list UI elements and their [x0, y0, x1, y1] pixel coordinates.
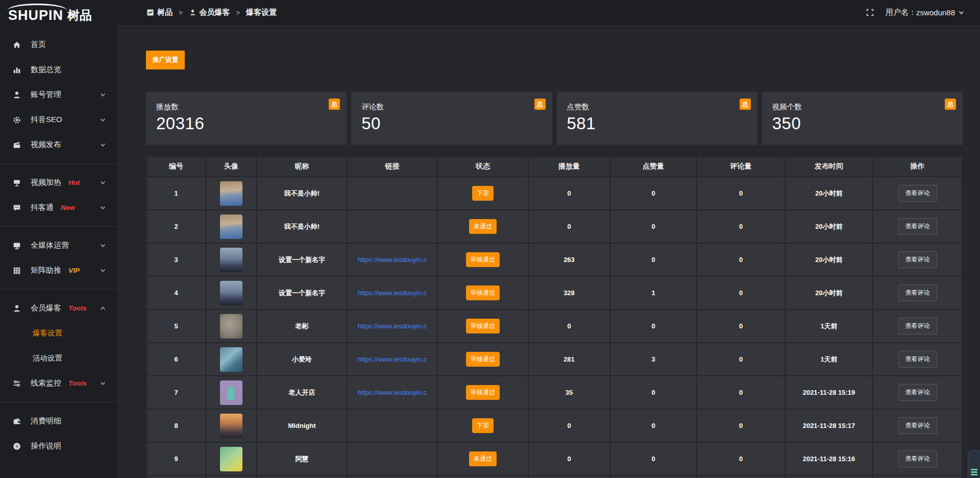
video-link[interactable]: https://www.iesdouyin.c	[348, 355, 437, 363]
sidebar-item[interactable]: 抖客通New	[0, 195, 117, 220]
sidebar-item-label: 全媒体运营	[31, 241, 69, 250]
view-comments-button[interactable]: 查看评论	[898, 218, 937, 235]
plays-value: 328	[564, 289, 575, 297]
cell-link	[347, 210, 437, 243]
chevron-down-icon	[100, 179, 106, 186]
breadcrumb-label: 树品	[157, 8, 173, 17]
sidebar-item[interactable]: 线索监控Tools	[0, 371, 117, 396]
view-comments-button[interactable]: 查看评论	[898, 318, 937, 334]
cell-likes: 0	[610, 442, 697, 475]
cell-plays: 263	[528, 243, 610, 276]
chevron-down-icon	[100, 204, 106, 211]
sidebar-item[interactable]: 全媒体运营	[0, 233, 117, 258]
view-comments-button[interactable]: 查看评论	[898, 384, 937, 401]
sidebar-item-label: 抖客通	[31, 203, 54, 212]
likes-value: 1	[651, 289, 655, 297]
view-comments-button[interactable]: 查看评论	[898, 351, 937, 368]
view-comments-button[interactable]: 查看评论	[898, 417, 937, 434]
chevron-down-icon	[100, 141, 106, 148]
chevron-down-icon	[100, 267, 106, 274]
plays-value: 281	[564, 355, 575, 363]
publish-time-text: 20小时前	[815, 189, 842, 197]
status-badge-button[interactable]: 审核通过	[466, 352, 500, 367]
cell-publish-time	[785, 475, 873, 478]
cell-likes: 0	[610, 309, 697, 343]
video-link[interactable]: https://www.iesdouyin.c	[348, 389, 437, 396]
sidebar-menu: 首页数据总览账号管理抖音SEO视频发布视频加热Hot抖客通New全媒体运营矩阵助…	[0, 32, 117, 459]
stat-card-label: 评论数	[361, 102, 542, 112]
sidebar-item[interactable]: 数据总览	[0, 57, 117, 82]
cell-publish-time: 20小时前	[785, 243, 873, 276]
user-menu[interactable]: 用户名： zswodun88	[886, 8, 965, 17]
cell-status: 未通过	[437, 210, 528, 243]
status-badge-button[interactable]: 未通过	[469, 219, 497, 234]
sidebar-item[interactable]: 视频发布	[0, 132, 117, 157]
status-badge-button[interactable]: 审核通过	[466, 285, 500, 300]
video-link[interactable]: https://www.iesdouyin.c	[348, 289, 437, 297]
status-badge-button[interactable]: 下架	[472, 186, 494, 201]
comments-value: 0	[739, 322, 743, 330]
cell-likes	[610, 475, 697, 478]
cell-link	[347, 442, 437, 475]
sidebar-item-label: 会员爆客	[31, 303, 61, 313]
sidebar-item-label: 视频加热	[31, 178, 61, 187]
publish-time-text: 1天前	[820, 322, 837, 330]
username-label: 用户名：	[886, 8, 916, 17]
sidebar-item[interactable]: 消费明细	[0, 409, 117, 434]
breadcrumb-item[interactable]: 树品	[146, 8, 173, 17]
corner-helper-widget[interactable]	[968, 450, 980, 478]
sidebar-item[interactable]: ?操作说明	[0, 434, 117, 459]
view-comments-button[interactable]: 查看评论	[898, 251, 937, 268]
breadcrumb-separator: >	[236, 9, 240, 16]
table-row: 1我不是小帅!下架00020小时前查看评论	[146, 177, 962, 210]
cell-link: https://www.iesdouyin.c	[347, 343, 437, 376]
cell-id: 4	[146, 276, 206, 309]
cell-publish-time: 1天前	[785, 309, 873, 343]
view-comments-button[interactable]: 查看评论	[898, 284, 937, 301]
plays-value: 0	[567, 189, 571, 197]
table-header-cell: 链接	[347, 156, 437, 177]
stat-card: 播放数20316总	[146, 92, 347, 145]
status-badge-button[interactable]: 审核通过	[466, 385, 500, 400]
app-icon	[146, 9, 154, 16]
view-comments-button[interactable]: 查看评论	[898, 450, 937, 467]
stat-card-label: 视频个数	[772, 102, 952, 112]
sidebar-item-label: 视频发布	[31, 140, 61, 150]
fullscreen-icon[interactable]	[866, 8, 874, 17]
cell-likes: 0	[610, 210, 697, 243]
video-link[interactable]: https://www.iesdouyin.c	[348, 322, 437, 330]
status-badge-button[interactable]: 审核通过	[466, 319, 500, 333]
view-comments-button[interactable]: 查看评论	[898, 185, 937, 202]
breadcrumb-item[interactable]: 爆客设置	[246, 8, 277, 17]
cell-plays: 0	[528, 409, 610, 442]
sidebar-item[interactable]: 视频加热Hot	[0, 170, 117, 195]
status-badge-button[interactable]: 下架	[472, 418, 494, 433]
sidebar-item[interactable]: 首页	[0, 32, 117, 57]
publish-time-text: 2021-11-28 15:19	[803, 389, 855, 396]
stat-card-label: 点赞数	[567, 102, 747, 112]
status-badge-button[interactable]: 审核通过	[466, 252, 500, 267]
breadcrumb-item[interactable]: 会员爆客	[189, 8, 230, 17]
chevron-down-icon	[100, 242, 106, 249]
sidebar-item[interactable]: 矩阵助推VIP	[0, 258, 117, 283]
promo-settings-button[interactable]: 推广设置	[146, 51, 185, 69]
sidebar-item[interactable]: 抖音SEO	[0, 107, 117, 132]
cell-avatar	[206, 409, 257, 442]
table-row: 3设置一个新名字https://www.iesdouyin.c审核通过26300…	[146, 243, 962, 276]
table-header-cell: 评论量	[697, 156, 785, 177]
likes-value: 3	[651, 355, 655, 363]
home-icon	[12, 40, 22, 50]
sidebar-item[interactable]: 账号管理	[0, 82, 117, 107]
nickname-text: 设置一个新名字	[279, 289, 325, 297]
sidebar-subitem[interactable]: 爆客设置	[0, 321, 117, 346]
sidebar-item[interactable]: 会员爆客Tools	[0, 296, 117, 321]
avatar	[220, 214, 242, 239]
table-header-cell: 点赞量	[610, 156, 697, 177]
status-badge-button[interactable]: 未通过	[469, 451, 497, 466]
cell-id: 5	[146, 309, 206, 343]
cell-action: 查看评论	[873, 177, 962, 210]
video-link[interactable]: https://www.iesdouyin.c	[348, 256, 437, 264]
cell-status: 审核通过	[437, 243, 528, 276]
sidebar-subitem[interactable]: 活动设置	[0, 346, 117, 371]
comments-value: 0	[739, 355, 743, 363]
